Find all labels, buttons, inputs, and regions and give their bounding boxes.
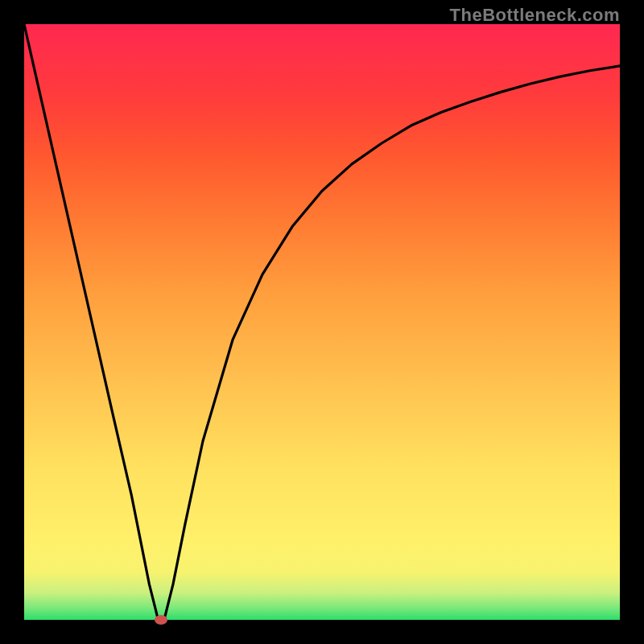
min-point-marker — [155, 615, 167, 625]
chart-frame: TheBottleneck.com — [0, 0, 644, 644]
bottleneck-curve — [24, 24, 620, 620]
branding-watermark: TheBottleneck.com — [450, 5, 620, 26]
plot-area — [24, 24, 620, 620]
curve-svg — [24, 24, 620, 620]
